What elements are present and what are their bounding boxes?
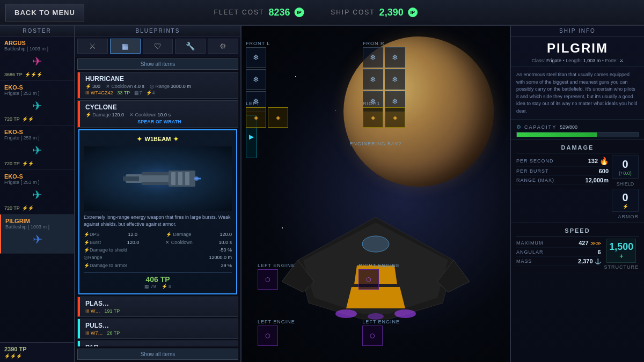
angular-val: 6 xyxy=(597,249,601,255)
speed-title: SPEED xyxy=(516,225,639,237)
popup-desc: Extremely long-range energy weapon that … xyxy=(84,214,232,227)
mass-val: 2,370 xyxy=(578,258,593,264)
bp-tab-weapons[interactable]: ⚔ xyxy=(77,39,108,54)
bp-tab-tools[interactable]: 🔧 xyxy=(175,39,206,54)
back-button[interactable]: BACK TO MENU xyxy=(5,4,84,21)
beam-star-right-icon: ✦ xyxy=(173,135,179,143)
roster-total-icons: ⚡⚡⚡ xyxy=(4,353,22,359)
speed-stats-left: MAXIMUM 427 ≫≫ ANGULAR 6 MASS 2,370 xyxy=(516,239,601,270)
roster-ekos2-img: ✈ xyxy=(4,143,70,159)
bp-hurricane-range: ◎ Range 3000.0 m xyxy=(150,84,191,89)
argus-silhouette-icon: ✈ xyxy=(32,55,42,69)
popup-shield-label: ⚡Damage to shield xyxy=(84,246,127,254)
range-max-val-area: 12,000m xyxy=(586,177,609,183)
purple-engine-icon-4: ⬡ xyxy=(370,333,375,339)
slot-right-engine-top[interactable]: ⬡ xyxy=(358,269,379,290)
slot-front-r-1[interactable]: ❄ xyxy=(363,47,383,68)
length-sep: • Length: xyxy=(563,58,582,63)
ship-info-header: SHIP INFO xyxy=(511,26,644,36)
bp-hurricane-cooldown: ✕ Cooldown 4.0 s xyxy=(106,84,144,89)
roster-item-argus[interactable]: ARGUS Battleship [ 1003 m ] ✈ 3686 TP ⚡⚡… xyxy=(0,36,74,81)
blueprint-list: HURRICANE ⚡300 ✕ Cooldown 4.0 s ◎ Range … xyxy=(75,72,240,346)
roster-ekos1-sub: Frigate [ 253 m ] xyxy=(4,91,70,96)
maximum-label: MAXIMUM xyxy=(516,240,544,246)
per-second-row: PER SECOND 132 🔥 xyxy=(516,156,609,167)
bp-hurricane-name: HURRICANE xyxy=(85,75,233,83)
damage-title: DAMAGE xyxy=(516,142,639,153)
popup-stat-dps-row: ⚡DPS 12.0 ⚡ Damage 120.0 xyxy=(84,231,232,238)
damage-section: DAMAGE PER SECOND 132 🔥 PER BURST 600 xyxy=(511,140,644,189)
show-all-top-button[interactable]: Show all items xyxy=(77,58,238,70)
show-all-bottom-button[interactable]: Show all items xyxy=(77,349,238,360)
inventory-panel: INVENTORY xyxy=(241,26,510,362)
roster-ekos2-tp: 720 TP xyxy=(4,161,20,166)
popup-burst-val: 120.0 xyxy=(127,239,140,246)
bp-plasma-meta: III W… 191 TP xyxy=(85,308,233,314)
roster-item-pilgrim[interactable]: PILGRIM Battleship [ 1003 m ] ✈ xyxy=(0,215,74,254)
popup-stat-burst-row: ⚡Burst 120.0 ✕ Cooldown 10.0 s xyxy=(84,239,232,246)
left-engine-label: LEFT ENGINE xyxy=(258,263,295,268)
roster-item-ekos3[interactable]: EKO-S Frigate [ 253 m ] ✈ 720 TP ⚡⚡ xyxy=(0,170,74,215)
roster-ekos1-img: ✈ xyxy=(4,98,70,114)
bp-item-hurricane[interactable]: HURRICANE ⚡300 ✕ Cooldown 4.0 s ◎ Range … xyxy=(77,72,238,99)
armor-box-area: 0 ⚡ xyxy=(511,189,644,214)
roster-argus-tp: 3686 TP xyxy=(4,72,23,77)
slot-front-l-1[interactable]: ❄ xyxy=(246,47,266,68)
svg-rect-3 xyxy=(123,176,139,181)
bp-puls-tp: 26 TP xyxy=(107,330,120,336)
slot-left-2[interactable]: ◈ xyxy=(268,107,288,128)
weapon-svg xyxy=(115,152,201,205)
fleet-cost-value: 8236 xyxy=(268,7,290,18)
slot-right-engine-bot[interactable]: ⬡ xyxy=(362,326,383,346)
roster-item-ekos1[interactable]: EKO-S Frigate [ 253 m ] ✈ 720 TP ⚡⚡ xyxy=(0,81,74,125)
svg-rect-6 xyxy=(185,172,189,185)
slot-front-l-2[interactable]: ❄ xyxy=(246,69,266,90)
roster-ekos1-stats: 720 TP ⚡⚡ xyxy=(4,116,70,122)
bp-tab-special[interactable]: ⚙ xyxy=(208,39,238,54)
bp-item-puls[interactable]: PULS… III W7… 26 TP xyxy=(77,319,238,339)
roster-ekos2-sub: Frigate [ 253 m ] xyxy=(4,135,70,141)
bp-tab-modules[interactable]: ▦ xyxy=(110,39,141,54)
bp-item-cyclone[interactable]: CYCLONE ⚡ Damage 120.0 ✕ Cooldown 10.0 s… xyxy=(77,100,238,128)
bp-item-plasma[interactable]: PLAS… III W… 191 TP xyxy=(77,297,238,317)
bp-tab-shields[interactable]: 🛡 xyxy=(143,39,173,54)
capacity-values: 529/800 xyxy=(560,124,577,130)
roster-ekos2-name: EKO-S xyxy=(4,129,70,135)
slot-left-1[interactable]: ◈ xyxy=(246,107,266,128)
roster-ekos2-icons: ⚡⚡ xyxy=(22,161,34,166)
slot-left-engine-bot-area: LEFT ENGINE ⬡ xyxy=(258,319,295,346)
slot-left-engine-bot[interactable]: ⬡ xyxy=(258,326,278,346)
ekos3-silhouette-icon: ✈ xyxy=(32,188,42,202)
dmg-zero-box: 0 (+0.0) xyxy=(612,156,639,179)
popup-dps-label: ⚡DPS xyxy=(84,231,100,238)
slot-left-engine-top[interactable]: ⬡ xyxy=(258,269,278,290)
ship-description: An enormous steel titan that usually com… xyxy=(511,67,644,120)
slot-front-r-4[interactable]: ❄ xyxy=(385,69,405,90)
slot-front-r-3[interactable]: ❄ xyxy=(363,69,383,90)
class-value: Frigate xyxy=(546,58,561,63)
roster-item-ekos2[interactable]: EKO-S Frigate [ 253 m ] ✈ 720 TP ⚡⚡ xyxy=(0,125,74,170)
popup-damage-val: 120.0 xyxy=(219,231,232,238)
snowflake-fr-1-icon: ❄ xyxy=(370,53,376,62)
slot-front-r-2[interactable]: ❄ xyxy=(385,47,405,68)
popup-range-val: 12000.0 m xyxy=(209,254,232,261)
pilgrim-silhouette-icon: ✈ xyxy=(33,233,42,247)
bp-item-par[interactable]: PAR… 35 TP xyxy=(77,341,238,346)
slot-right-1[interactable]: ◈ xyxy=(363,107,383,128)
armor-box: 0 ⚡ xyxy=(612,189,639,212)
popup-cooldown-label: ✕ Cooldown xyxy=(165,239,193,246)
roster-ekos3-icons: ⚡⚡ xyxy=(22,205,34,211)
fleet-ip-icon: IP xyxy=(294,8,304,17)
svg-rect-8 xyxy=(142,182,169,185)
snowflake-fr-4-icon: ❄ xyxy=(392,75,398,84)
roster-pilgrim-img: ✈ xyxy=(5,232,70,248)
ekos2-silhouette-icon: ✈ xyxy=(32,144,42,158)
range-max-row: RANGE (MAX) 12,000m xyxy=(516,176,609,185)
slot-right-2[interactable]: ◈ xyxy=(385,107,405,128)
eng-bay2-label: ENGINERING BAY2 xyxy=(350,141,402,146)
roster-bottom: 2390 TP ⚡⚡⚡ xyxy=(0,342,74,362)
bp-plasma-tier: III W… xyxy=(85,308,100,314)
bp-cyclone-damage: ⚡ Damage 120.0 xyxy=(85,112,124,117)
roster-pilgrim-name: PILGRIM xyxy=(5,218,70,224)
bp-popup-spear: ✦ W1BEAM ✦ xyxy=(78,129,237,294)
